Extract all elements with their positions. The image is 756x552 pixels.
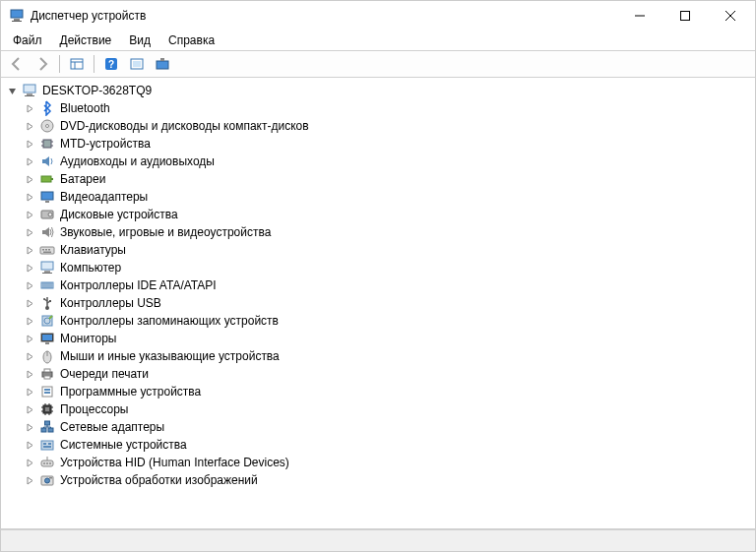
chevron-right-icon[interactable] [23, 278, 36, 292]
mouse-icon [39, 348, 55, 364]
menu-file[interactable]: Файл [5, 31, 50, 49]
chevron-right-icon[interactable] [23, 385, 36, 399]
svg-rect-21 [43, 140, 51, 148]
tree-node[interactable]: Контроллеры IDE ATA/ATAPI [23, 276, 751, 294]
chevron-right-icon[interactable] [23, 332, 36, 345]
chevron-right-icon[interactable] [23, 190, 36, 204]
chevron-right-icon[interactable] [23, 296, 36, 310]
window-title: Диспетчер устройств [31, 9, 146, 23]
tree-node[interactable]: Программные устройства [23, 383, 751, 400]
chevron-right-icon[interactable] [23, 243, 36, 257]
toolbar-refresh-button[interactable] [125, 53, 149, 75]
toolbar-help-button[interactable]: ? [99, 53, 123, 75]
chevron-down-icon[interactable] [5, 84, 19, 97]
disk-icon [39, 207, 55, 222]
device-tree[interactable]: DESKTOP-3628TQ9 BluetoothDVD-дисководы и… [1, 78, 755, 529]
keyboard-icon [39, 242, 55, 258]
tree-node-label: Устройства HID (Human Interface Devices) [58, 456, 291, 469]
tree-node[interactable]: Звуковые, игровые и видеоустройства [23, 223, 751, 241]
chevron-right-icon[interactable] [23, 367, 36, 381]
svg-rect-53 [42, 335, 52, 340]
tree-node[interactable]: Процессоры [23, 400, 751, 418]
chevron-right-icon[interactable] [23, 172, 36, 186]
chevron-right-icon[interactable] [23, 456, 36, 469]
svg-rect-16 [24, 85, 35, 92]
tree-node-label: Клавиатуры [58, 243, 128, 257]
chevron-right-icon[interactable] [23, 349, 36, 363]
chevron-right-icon[interactable] [23, 261, 36, 275]
svg-rect-74 [48, 428, 53, 432]
tree-node[interactable]: Сетевые адаптеры [23, 418, 751, 436]
chevron-right-icon[interactable] [23, 154, 36, 168]
chevron-right-icon[interactable] [23, 225, 36, 239]
chevron-right-icon[interactable] [23, 314, 36, 328]
close-button[interactable] [708, 1, 753, 31]
tree-node[interactable]: Клавиатуры [23, 241, 751, 259]
svg-text:?: ? [108, 59, 114, 70]
tree-node-label: Мыши и иные указывающие устройства [58, 349, 282, 363]
tree-node[interactable]: Мониторы [23, 330, 751, 347]
printer-icon [39, 366, 55, 382]
display-icon [39, 189, 55, 205]
tree-node-label: Видеоадаптеры [58, 190, 150, 204]
chevron-right-icon[interactable] [23, 473, 36, 487]
toolbar-properties-button[interactable] [151, 53, 174, 75]
maximize-button[interactable] [662, 1, 708, 31]
toolbar: ? [1, 50, 755, 78]
tree-node-label: Контроллеры USB [58, 296, 163, 310]
toolbar-show-hide-button[interactable] [65, 53, 89, 75]
tree-node[interactable]: Батареи [23, 170, 751, 188]
tree-node[interactable]: Bluetooth [23, 99, 751, 117]
tree-node-label: Батареи [58, 172, 107, 186]
tree-node-label: Устройства обработки изображений [58, 473, 260, 487]
minimize-button[interactable] [617, 1, 662, 31]
chevron-right-icon[interactable] [23, 101, 36, 115]
tree-root-node[interactable]: DESKTOP-3628TQ9 [5, 82, 751, 99]
svg-rect-75 [45, 421, 50, 425]
svg-rect-34 [45, 249, 47, 251]
tree-node[interactable]: Очереди печати [23, 365, 751, 383]
svg-rect-54 [45, 342, 49, 344]
menu-view[interactable]: Вид [121, 31, 158, 49]
tree-node-label: Программные устройства [58, 385, 203, 399]
titlebar: Диспетчер устройств [1, 1, 755, 31]
tree-node[interactable]: Контроллеры запоминающих устройств [23, 312, 751, 330]
tree-node[interactable]: Системные устройства [23, 436, 751, 454]
tree-node-label: DVD-дисководы и дисководы компакт-дисков [58, 119, 311, 133]
chevron-right-icon[interactable] [23, 137, 36, 151]
chevron-right-icon[interactable] [23, 119, 36, 133]
svg-rect-81 [43, 443, 46, 445]
chevron-right-icon[interactable] [23, 208, 36, 221]
chevron-right-icon[interactable] [23, 420, 36, 434]
svg-rect-39 [42, 273, 52, 274]
tree-node[interactable]: DVD-дисководы и дисководы компакт-дисков [23, 117, 751, 135]
tree-node[interactable]: Дисковые устройства [23, 206, 751, 223]
disc-icon [39, 118, 55, 134]
statusbar [1, 529, 755, 551]
svg-rect-27 [51, 178, 53, 180]
svg-rect-38 [44, 271, 50, 273]
network-icon [39, 419, 55, 435]
toolbar-forward-button[interactable] [31, 53, 54, 75]
chip-icon [39, 136, 55, 152]
tree-node[interactable]: Аудиовходы и аудиовыходы [23, 153, 751, 170]
tree-node[interactable]: Устройства HID (Human Interface Devices) [23, 454, 751, 471]
tree-node[interactable]: MTD-устройства [23, 135, 751, 153]
tree-node[interactable]: Устройства обработки изображений [23, 471, 751, 489]
cpu-icon [39, 401, 55, 417]
tree-node[interactable]: Видеоадаптеры [23, 188, 751, 206]
tree-node-label: Аудиовходы и аудиовыходы [58, 154, 217, 168]
svg-point-85 [43, 462, 45, 464]
computer-icon [22, 83, 37, 98]
tree-node[interactable]: Мыши и иные указывающие устройства [23, 347, 751, 365]
tree-node[interactable]: Контроллеры USB [23, 294, 751, 312]
toolbar-back-button[interactable] [5, 53, 29, 75]
chevron-right-icon[interactable] [23, 438, 36, 452]
svg-rect-73 [41, 428, 46, 432]
tree-node[interactable]: Компьютер [23, 259, 751, 276]
chevron-right-icon[interactable] [23, 402, 36, 416]
svg-rect-0 [11, 10, 23, 18]
menu-action[interactable]: Действие [52, 31, 120, 49]
menu-help[interactable]: Справка [160, 31, 222, 49]
imaging-icon [39, 472, 55, 488]
